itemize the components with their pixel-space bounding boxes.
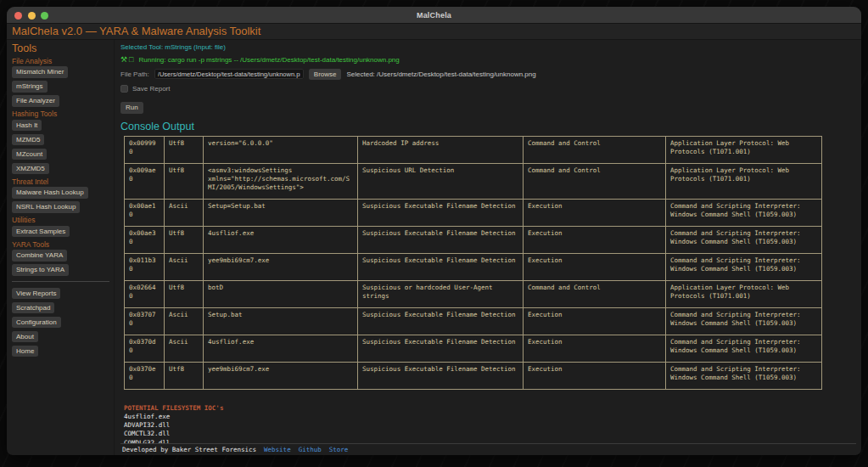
console-cell: Suspicious Executable Filename Detection [358,253,524,280]
console-cell: Command and Scripting Interpreter: Windo… [666,199,822,226]
app-title: MalChela v2.0 — YARA & Malware Analysis … [12,25,856,37]
run-button[interactable]: Run [120,102,143,114]
save-report-label: Save Report [132,85,170,93]
sidebar-item-about[interactable]: About [12,331,38,343]
console-table-row: 0x009ae0Utf8<asmv3:windowsSettings xmlns… [125,163,822,199]
console-cell: Suspicious Executable Filename Detection [358,362,524,389]
sidebar: Tools File AnalysisMismatch MinermString… [7,40,115,455]
sidebar-item-mismatch-miner[interactable]: Mismatch Miner [12,66,68,78]
console-cell: Suspicious or hardcoded User-Agent strin… [358,280,524,307]
console-cell: Suspicious Executable Filename Detection [358,335,524,362]
sidebar-item-combine-yara[interactable]: Combine YARA [12,250,67,262]
selected-file-text: Selected: /Users/dmetz/Desktop/test-data… [346,70,535,78]
footer: Developed by Baker Street Forensics Webs… [120,443,856,455]
console-cell: <asmv3:windowsSettings xmlns="http://sch… [204,163,358,199]
console-table-row: 0x00ae10AsciiSetup=Setup.batSuspicious E… [125,199,822,226]
console-cell: Application Layer Protocol: Web Protocol… [666,136,822,163]
console-cell: yee9mbi69cm7.exe [204,362,358,389]
sidebar-section-label: Threat Intel [12,177,110,186]
console-cell: 0x009ae0 [125,163,165,199]
console-table: 0x009990Utf8version="6.0.0.0"Hardcoded I… [124,136,822,390]
sidebar-item-view-reports[interactable]: View Reports [12,288,60,300]
sidebar-item-hash-it[interactable]: Hash It [12,120,42,132]
sidebar-item-mzmd5[interactable]: MZMD5 [12,134,44,146]
footer-link-store[interactable]: Store [329,446,349,453]
console-cell: 0x0370e0 [125,362,165,389]
app-window: MalChela MalChela v2.0 — YARA & Malware … [7,7,861,455]
close-button[interactable] [14,12,22,20]
sidebar-item-mzcount[interactable]: MZcount [12,149,47,160]
console-cell: 0x037070 [125,307,165,335]
console-cell: Hardcoded IP address [358,136,524,163]
console-cell: Application Layer Protocol: Web Protocol… [666,280,822,307]
console-cell: Execution [524,226,666,253]
running-text: Running: cargo run -p mstrings -- /Users… [139,56,400,64]
sidebar-item-scratchpad[interactable]: Scratchpad [12,302,54,314]
console-cell: Execution [524,335,666,362]
console-cell: Command and Control [524,163,666,199]
console-cell: Command and Scripting Interpreter: Windo… [666,335,822,362]
titlebar: MalChela [7,7,861,24]
console-output-scroll-area[interactable]: 0x009990Utf8version="6.0.0.0"Hardcoded I… [120,136,856,444]
stop-icon[interactable]: □ [129,55,135,64]
console-cell: Suspicious URL Detection [358,163,524,199]
tool-icon: ⚒ [120,55,129,64]
console-cell: Command and Scripting Interpreter: Windo… [666,253,822,280]
app-header: MalChela v2.0 — YARA & Malware Analysis … [7,24,861,40]
console-table-row: 0x009990Utf8version="6.0.0.0"Hardcoded I… [125,136,822,163]
sidebar-divider [12,281,109,282]
console-cell: 0x00ae10 [125,199,165,226]
sidebar-item-extract-samples[interactable]: Extract Samples [12,226,70,238]
save-report-checkbox[interactable] [120,85,128,93]
browse-button[interactable]: Browse [309,69,342,81]
console-cell: Execution [524,362,666,389]
console-cell: Command and Scripting Interpreter: Windo… [666,307,822,335]
sidebar-section-label: YARA Tools [12,240,110,249]
sidebar-item-xmzmd5[interactable]: XMZMD5 [12,163,49,175]
console-cell: Command and Scripting Interpreter: Windo… [666,362,822,389]
sidebar-section-label: Utilities [12,216,110,224]
minimize-button[interactable] [28,12,36,20]
sidebar-item-nsrl-hash-lookup[interactable]: NSRL Hash Lookup [12,201,80,213]
console-cell: Execution [524,253,666,280]
footer-link-github[interactable]: Github [299,446,322,453]
console-cell: Ascii [165,307,204,335]
console-cell: 0x009990 [125,136,165,163]
sidebar-section-label: File Analysis [12,57,110,65]
console-cell: version="6.0.0.0" [204,136,358,163]
sidebar-item-malware-hash-lookup[interactable]: Malware Hash Lookup [12,187,88,199]
console-cell: Command and Scripting Interpreter: Windo… [666,226,822,253]
console-cell: Utf8 [165,226,204,253]
console-cell: 0x026640 [125,280,165,307]
console-table-row: 0x011b30Asciiyee9mbi69cm7.exeSuspicious … [125,253,822,280]
sidebar-item-file-analyzer[interactable]: File Analyzer [12,95,59,107]
footer-link-website[interactable]: Website [264,446,291,453]
zoom-button[interactable] [41,12,48,20]
console-cell: Execution [524,199,666,226]
sidebar-item-strings-to-yara[interactable]: Strings to YARA [12,264,69,276]
console-table-row: 0x0370e0Utf8yee9mbi69cm7.exeSuspicious E… [125,362,822,389]
console-cell: Suspicious Executable Filename Detection [358,199,524,226]
console-cell: Suspicious Executable Filename Detection [358,307,524,335]
console-table-row: 0x026640Utf8botDSuspicious or hardcoded … [125,280,822,307]
sidebar-item-home[interactable]: Home [12,346,38,357]
file-path-input[interactable] [154,69,304,79]
console-cell: Execution [524,307,666,335]
console-cell: Ascii [165,253,204,280]
console-cell: Setup.bat [204,307,358,335]
sidebar-item-configuration[interactable]: Configuration [12,317,61,329]
console-cell: 0x011b30 [125,253,165,280]
ioc-item: 4usfliof.exe [124,413,856,421]
console-cell: Ascii [165,335,204,362]
ioc-section: POTENTIAL FILESYSTEM IOC's 4usfliof.exeA… [124,404,856,444]
console-cell: Utf8 [165,362,204,389]
console-cell: Application Layer Protocol: Web Protocol… [666,163,822,199]
console-cell: Utf8 [165,163,204,199]
selected-tool-label: Selected Tool: mStrings (Input: file) [120,43,856,51]
sidebar-item-mstrings[interactable]: mStrings [12,81,48,93]
console-cell: Command and Control [524,280,666,307]
console-table-row: 0x037070AsciiSetup.batSuspicious Executa… [125,307,822,335]
console-cell: Suspicious Executable Filename Detection [358,226,524,253]
console-table-row: 0x0370d0Ascii4usfliof.exeSuspicious Exec… [125,335,822,362]
console-cell: Utf8 [165,136,204,163]
